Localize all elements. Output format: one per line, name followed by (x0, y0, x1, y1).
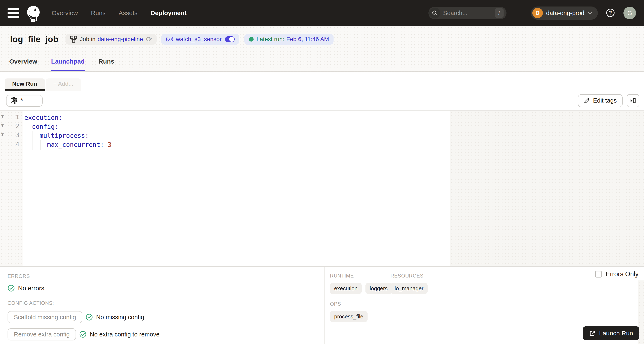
line-number: 4 (16, 141, 19, 148)
tab-runs[interactable]: Runs (98, 58, 114, 71)
schema-tag[interactable]: execution (330, 283, 362, 294)
panel-expand-icon (630, 97, 636, 104)
pencil-icon (584, 97, 590, 104)
tab-launchpad[interactable]: Launchpad (51, 58, 84, 71)
code-line: execution: (24, 113, 450, 122)
expand-panel-button[interactable] (627, 94, 640, 107)
no-errors-text: No errors (18, 285, 44, 292)
schema-tag[interactable]: process_file (330, 311, 368, 322)
launchpad-bottom-panel: ERRORS No errors CONFIG ACTIONS: Scaffol… (0, 266, 644, 344)
check-circle-icon (79, 331, 86, 338)
sensor-toggle[interactable] (225, 36, 235, 42)
hamburger-icon[interactable] (8, 8, 19, 18)
editor-gutter: ▾1 ▾2 ▾3 4 (0, 110, 23, 266)
search-shortcut-badge: / (495, 8, 504, 18)
errors-only-toggle[interactable]: Errors Only (595, 270, 638, 278)
check-circle-icon (86, 314, 93, 321)
op-selector-input[interactable]: * (6, 95, 42, 107)
pipeline-link[interactable]: data-eng-pipeline (98, 36, 143, 42)
launch-run-label: Launch Run (599, 330, 633, 337)
org-badge: D (532, 8, 543, 18)
op-selector-value: * (20, 96, 23, 105)
refresh-icon[interactable]: ⟳ (146, 36, 152, 43)
page-tabs: Overview Launchpad Runs (0, 52, 644, 72)
line-number: 3 (16, 131, 19, 139)
fold-arrow[interactable]: ▾ (1, 132, 4, 137)
search-placeholder: Search... (443, 10, 468, 16)
sensor-icon (166, 36, 174, 42)
main-nav: Overview Runs Assets Deployment (52, 9, 186, 16)
job-origin-prefix: Job in (80, 36, 96, 42)
scaffold-status-text: No missing config (96, 314, 144, 321)
launch-run-button[interactable]: Launch Run (583, 326, 640, 340)
errors-only-checkbox[interactable] (595, 271, 602, 278)
edit-tags-label: Edit tags (593, 97, 617, 104)
latest-run-label: Latest run: (256, 36, 284, 42)
nav-runs[interactable]: Runs (91, 9, 106, 16)
job-origin-pill: Job in data-eng-pipeline ⟳ (66, 34, 156, 45)
dagster-logo (24, 4, 42, 22)
avatar[interactable]: G (624, 7, 636, 19)
page-title: log_file_job (10, 34, 58, 44)
dagster-app: Overview Runs Assets Deployment Search..… (0, 0, 644, 344)
session-tab-add[interactable]: + Add... (46, 78, 81, 91)
fold-arrow[interactable]: ▾ (1, 123, 4, 128)
top-nav-bar: Overview Runs Assets Deployment Search..… (0, 0, 644, 26)
runtime-section-label: RUNTIME (330, 273, 390, 279)
search-icon (429, 7, 440, 18)
code-line: config: (24, 122, 450, 131)
org-switcher[interactable]: D data-eng-prod (531, 6, 598, 20)
line-number: 1 (16, 113, 19, 121)
edit-tags-button[interactable]: Edit tags (578, 94, 622, 107)
scaffold-missing-config-button[interactable]: Scaffold missing config (8, 311, 82, 323)
editor-side-panel (450, 110, 644, 266)
line-number: 2 (16, 122, 19, 130)
schema-tag[interactable]: loggers (366, 283, 392, 294)
org-name: data-eng-prod (546, 10, 584, 16)
ops-section-label: OPS (330, 301, 390, 307)
config-actions-label: CONFIG ACTIONS: (8, 300, 324, 306)
session-tab-new-run[interactable]: New Run (4, 78, 45, 91)
op-selector-icon (10, 97, 18, 104)
config-schema-panel: RUNTIME execution loggers OPS process_fi… (324, 267, 644, 344)
errors-section-label: ERRORS (8, 273, 324, 279)
tab-overview[interactable]: Overview (9, 58, 37, 71)
errors-panel: ERRORS No errors CONFIG ACTIONS: Scaffol… (0, 267, 324, 344)
resources-section-label: RESOURCES (390, 273, 428, 279)
chevron-down-icon (587, 11, 593, 15)
help-icon[interactable]: ? (606, 8, 616, 18)
latest-run-link[interactable]: Feb 6, 11:46 AM (286, 36, 329, 42)
nav-deployment[interactable]: Deployment (150, 9, 186, 16)
svg-text:?: ? (609, 10, 612, 15)
remove-extra-config-button[interactable]: Remove extra config (8, 328, 76, 341)
workflow-icon (70, 36, 77, 43)
fold-arrow[interactable]: ▾ (1, 114, 4, 119)
check-circle-icon (8, 285, 15, 292)
run-status-dot (249, 37, 254, 41)
search-input[interactable]: Search... / (428, 7, 506, 19)
launchpad-session-tabs: New Run + Add... (0, 72, 644, 91)
nav-overview[interactable]: Overview (52, 9, 78, 16)
page-header: log_file_job Job in data-eng-pipeline ⟳ (0, 26, 644, 72)
nav-assets[interactable]: Assets (118, 9, 138, 16)
schema-tag[interactable]: io_manager (390, 283, 428, 294)
code-line: max_concurrent: 3 (24, 140, 450, 149)
latest-run-pill: Latest run: Feb 6, 11:46 AM (244, 34, 334, 45)
sensor-pill: watch_s3_sensor (161, 34, 239, 45)
sensor-link[interactable]: watch_s3_sensor (176, 36, 222, 42)
errors-only-label: Errors Only (606, 270, 638, 278)
remove-status-text: No extra config to remove (90, 331, 160, 338)
code-line: multiprocess: (24, 131, 450, 140)
config-editor-split: ▾1 ▾2 ▾3 4 execution: config: multiproce… (0, 110, 644, 266)
launch-icon (589, 330, 596, 337)
yaml-config-editor[interactable]: execution: config: multiprocess: max_con… (23, 110, 450, 266)
launchpad-toolbar: * Edit tags (0, 91, 644, 110)
